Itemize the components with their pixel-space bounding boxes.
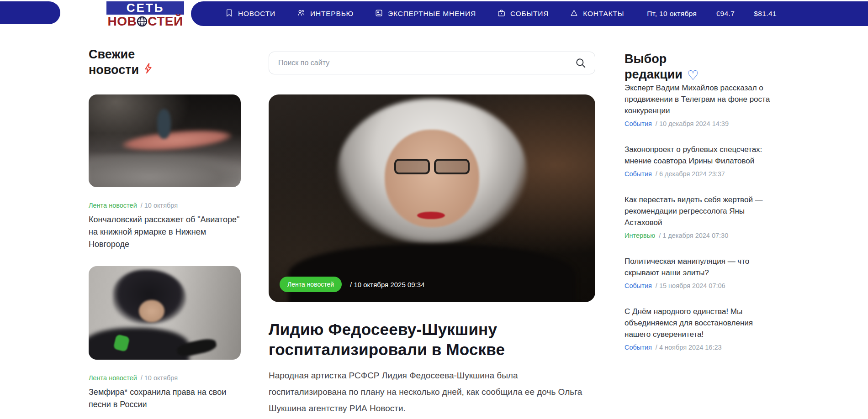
article-date: / 10 октября 2025 09:34 <box>350 281 424 288</box>
fresh-news-column: Свежие новости Лента новостей / 10 октяб… <box>89 47 241 417</box>
card-meta: Лента новостей / 10 октября <box>89 202 241 209</box>
people-icon <box>296 9 306 19</box>
editors-item: Эксперт Вадим Михайлов рассказал о продв… <box>625 82 778 127</box>
editors-item-meta: События / 10 декабря 2024 14:39 <box>625 120 778 127</box>
editors-choice-heading: Выбор редакции ♡ <box>625 51 778 82</box>
card-icon <box>375 9 383 19</box>
hero-overlay: Лента новостей / 10 октября 2025 09:34 <box>280 277 424 292</box>
editors-item-title[interactable]: Эксперт Вадим Михайлов рассказал о продв… <box>625 82 778 116</box>
article-hero-image: Лента новостей / 10 октября 2025 09:34 <box>269 94 595 302</box>
person-shape <box>157 109 171 139</box>
heart-icon: ♡ <box>687 69 699 82</box>
briefcase-icon <box>497 9 506 19</box>
triangle-icon <box>570 9 578 19</box>
editors-item-meta: Интервью / 1 декабря 2024 07:30 <box>625 232 778 239</box>
editors-item: С Днём народного единства! Мы объединяем… <box>625 306 778 351</box>
editors-item-title[interactable]: С Днём народного единства! Мы объединяем… <box>625 306 778 340</box>
nav-item-interviews[interactable]: ИНТЕРВЬЮ <box>296 9 354 19</box>
main-navigation: НОВОСТИ ИНТЕРВЬЮ ЭКСПЕРТНЫЕ МНЕНИЯ СОБЫТ… <box>191 1 868 26</box>
category-link[interactable]: События <box>625 120 652 127</box>
site-logo[interactable]: СЕТЬ НОВСТЕЙ <box>104 1 186 28</box>
category-link[interactable]: Лента новостей <box>89 374 137 382</box>
editors-item-title[interactable]: Законопроект о рублевых спецсчетах: мнен… <box>625 144 778 167</box>
nav-item-events[interactable]: СОБЫТИЯ <box>497 9 549 19</box>
item-date: / 10 декабря 2024 14:39 <box>656 120 729 127</box>
face-shape <box>139 300 165 322</box>
logo-line2: НОВСТЕЙ <box>104 15 186 28</box>
editors-item-meta: События / 15 ноября 2024 07:06 <box>625 282 778 289</box>
current-date: Пт, 10 октября <box>647 10 697 18</box>
news-card-image-aviator[interactable] <box>89 94 241 187</box>
article-lede: Народная артистка РСФСР Лидия Федосеева-… <box>269 367 595 417</box>
card-date: / 10 октября <box>141 202 178 209</box>
news-card-image-zemfira[interactable] <box>89 266 241 360</box>
usd-rate: $81.41 <box>754 10 777 18</box>
page-content: Свежие новости Лента новостей / 10 октяб… <box>0 28 868 417</box>
globe-icon <box>137 15 148 28</box>
site-search <box>269 52 595 74</box>
biplane-shape <box>122 127 232 154</box>
lightning-icon <box>143 62 153 78</box>
search-icon[interactable] <box>575 57 587 69</box>
nav-item-contacts[interactable]: КОНТАКТЫ <box>570 9 624 19</box>
logo-line1: СЕТЬ <box>106 1 184 15</box>
item-date: / 1 декабря 2024 07:30 <box>659 232 728 239</box>
editors-item: Законопроект о рублевых спецсчетах: мнен… <box>625 144 778 178</box>
bookmark-icon <box>225 9 233 19</box>
nav-links: НОВОСТИ ИНТЕРВЬЮ ЭКСПЕРТНЫЕ МНЕНИЯ СОБЫТ… <box>225 9 624 19</box>
coat-shape <box>89 328 189 360</box>
item-date: / 6 декабря 2024 23:37 <box>656 170 725 178</box>
search-input[interactable] <box>277 58 575 68</box>
header-info: Пт, 10 октября €94.7 $81.41 <box>647 10 777 18</box>
jacket-shape <box>288 244 576 302</box>
nav-item-news[interactable]: НОВОСТИ <box>225 9 275 19</box>
tarp-shape <box>89 154 241 187</box>
news-card: Лента новостей / 10 октября Кончаловский… <box>89 94 241 251</box>
editors-item-meta: События / 4 ноября 2024 16:23 <box>625 344 778 351</box>
main-article-column: Лента новостей / 10 октября 2025 09:34 Л… <box>269 47 595 417</box>
editors-item-meta: События / 6 декабря 2024 23:37 <box>625 170 778 178</box>
card-date: / 10 октября <box>141 374 178 382</box>
editors-item: Политическая манипуляция — что скрывают … <box>625 256 778 289</box>
header: СЕТЬ НОВСТЕЙ НОВОСТИ ИНТЕРВЬЮ ЭКСПЕРТНЫЕ… <box>0 0 868 28</box>
card-title[interactable]: Кончаловский расскажет об "Авиаторе" на … <box>89 214 241 251</box>
category-link[interactable]: Лента новостей <box>89 202 137 209</box>
eur-rate: €94.7 <box>716 10 735 18</box>
category-link[interactable]: События <box>625 170 652 178</box>
card-meta: Лента новостей / 10 октября <box>89 374 241 382</box>
editors-item-title[interactable]: Политическая манипуляция — что скрывают … <box>625 256 778 278</box>
editors-item-title[interactable]: Как перестать видеть себя жертвой — реко… <box>625 194 778 228</box>
header-left-decoration <box>0 1 60 24</box>
article-headline: Лидию Федосееву-Шукшину госпитализировал… <box>269 319 595 360</box>
category-link[interactable]: Интервью <box>625 232 655 239</box>
category-link[interactable]: События <box>625 282 652 289</box>
item-date: / 4 ноября 2024 16:23 <box>656 344 722 351</box>
news-card: Лента новостей / 10 октября Земфира* сох… <box>89 266 241 411</box>
item-date: / 15 ноября 2024 07:06 <box>656 282 725 289</box>
nav-item-expert-opinions[interactable]: ЭКСПЕРТНЫЕ МНЕНИЯ <box>375 9 476 19</box>
card-title[interactable]: Земфира* сохранила права на свои песни в… <box>89 386 241 411</box>
glasses-shape <box>394 159 469 174</box>
editors-choice-column: Выбор редакции ♡ Эксперт Вадим Михайлов … <box>625 47 778 417</box>
category-badge[interactable]: Лента новостей <box>280 277 342 292</box>
category-link[interactable]: События <box>625 344 652 351</box>
fresh-news-heading: Свежие новости <box>89 47 241 78</box>
editors-item: Как перестать видеть себя жертвой — реко… <box>625 194 778 239</box>
